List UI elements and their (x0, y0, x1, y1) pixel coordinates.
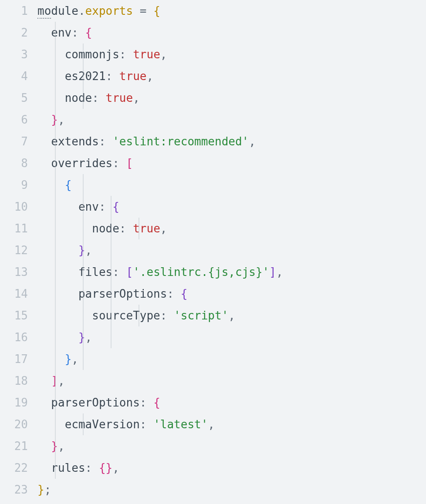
code-content[interactable]: parserOptions: { (37, 283, 426, 305)
code-token (126, 48, 133, 61)
code-token: } (78, 244, 85, 257)
code-editor[interactable]: 1module.exports = {2 env: {3 commonjs: t… (0, 0, 426, 501)
code-token: mo (37, 4, 51, 19)
code-line[interactable]: 12 }, (0, 239, 426, 261)
indent-guide (55, 218, 56, 239)
code-token: , (160, 222, 167, 235)
code-token: , (71, 353, 78, 366)
code-token: } (106, 461, 113, 474)
code-content[interactable]: es2021: true, (37, 65, 426, 87)
code-token: { (153, 396, 160, 409)
code-token: sourceType (92, 309, 160, 322)
code-line[interactable]: 17 }, (0, 348, 426, 370)
code-line[interactable]: 1module.exports = { (0, 0, 426, 22)
code-line[interactable]: 23}; (0, 479, 426, 501)
code-token: , (58, 440, 65, 453)
code-token: dule (51, 4, 78, 17)
code-content[interactable]: parserOptions: { (37, 392, 426, 413)
code-token: 'script' (174, 309, 228, 322)
code-token: : (106, 70, 113, 83)
code-line[interactable]: 10 env: { (0, 196, 426, 218)
code-token: { (99, 461, 106, 474)
code-token: commonjs (65, 48, 119, 61)
code-token: 'latest' (153, 418, 208, 431)
code-token: : (112, 157, 119, 170)
code-line[interactable]: 3 commonjs: true, (0, 44, 426, 65)
code-token: } (37, 483, 44, 496)
line-number: 16 (0, 326, 37, 348)
code-content[interactable]: env: { (37, 22, 426, 44)
code-content[interactable]: }, (37, 435, 426, 457)
line-number: 22 (0, 457, 37, 479)
code-line[interactable]: 5 node: true, (0, 87, 426, 109)
code-token: , (58, 374, 65, 387)
code-token: env (51, 26, 71, 39)
code-content[interactable]: ecmaVersion: 'latest', (37, 413, 426, 435)
code-line[interactable]: 2 env: { (0, 22, 426, 44)
code-token: , (208, 418, 215, 431)
code-token: : (112, 265, 119, 279)
code-line[interactable]: 4 es2021: true, (0, 65, 426, 87)
line-number: 21 (0, 435, 37, 457)
indent-guide (55, 261, 56, 283)
line-number: 6 (0, 109, 37, 131)
code-line[interactable]: 7 extends: 'eslint:recommended', (0, 131, 426, 152)
code-token: , (85, 331, 92, 344)
code-content[interactable]: node: true, (37, 87, 426, 109)
code-line[interactable]: 19 parserOptions: { (0, 392, 426, 413)
code-token: , (146, 70, 153, 83)
line-number: 5 (0, 87, 37, 109)
code-content[interactable]: files: ['.eslintrc.{js,cjs}'], (37, 261, 426, 283)
code-content[interactable]: node: true, (37, 218, 426, 239)
code-token: ecmaVersion (65, 418, 140, 431)
code-content[interactable]: overrides: [ (37, 152, 426, 174)
code-content[interactable]: }; (37, 479, 426, 501)
indent-guide (55, 22, 56, 44)
code-line[interactable]: 8 overrides: [ (0, 152, 426, 174)
code-content[interactable]: }, (37, 348, 426, 370)
code-token: , (85, 244, 92, 257)
indent-guide (83, 196, 84, 218)
code-token: : (119, 48, 126, 61)
code-line[interactable]: 22 rules: {}, (0, 457, 426, 479)
code-content[interactable]: }, (37, 326, 426, 348)
indent-guide (111, 283, 112, 305)
code-content[interactable]: sourceType: 'script', (37, 305, 426, 326)
code-line[interactable]: 9 { (0, 174, 426, 196)
code-content[interactable]: module.exports = { (37, 0, 426, 22)
line-number: 1 (0, 0, 37, 22)
code-token: node (65, 91, 92, 104)
code-line[interactable]: 18 ], (0, 370, 426, 392)
code-token: , (133, 91, 140, 104)
code-content[interactable]: }, (37, 239, 426, 261)
code-content[interactable]: env: { (37, 196, 426, 218)
code-content[interactable]: rules: {}, (37, 457, 426, 479)
code-line[interactable]: 20 ecmaVersion: 'latest', (0, 413, 426, 435)
indent-guide (111, 305, 112, 326)
code-line[interactable]: 21 }, (0, 435, 426, 457)
code-line[interactable]: 15 sourceType: 'script', (0, 305, 426, 326)
code-content[interactable]: { (37, 174, 426, 196)
code-line[interactable]: 16 }, (0, 326, 426, 348)
code-line[interactable]: 14 parserOptions: { (0, 283, 426, 305)
code-token (112, 70, 119, 83)
code-token: . (78, 4, 85, 17)
code-content[interactable]: ], (37, 370, 426, 392)
line-number: 11 (0, 218, 37, 239)
code-token: : (140, 418, 147, 431)
code-line[interactable]: 6 }, (0, 109, 426, 131)
line-number: 10 (0, 196, 37, 218)
code-token: : (92, 91, 99, 104)
code-line[interactable]: 13 files: ['.eslintrc.{js,cjs}'], (0, 261, 426, 283)
code-token: : (160, 309, 167, 322)
code-token: : (167, 287, 174, 300)
indent-guide (55, 174, 56, 196)
code-content[interactable]: commonjs: true, (37, 44, 426, 65)
code-token: , (249, 135, 256, 148)
code-content[interactable]: }, (37, 109, 426, 131)
code-content[interactable]: extends: 'eslint:recommended', (37, 131, 426, 152)
code-line[interactable]: 11 node: true, (0, 218, 426, 239)
code-token: true (119, 70, 147, 83)
indent-guide (55, 239, 56, 261)
code-token: , (276, 265, 283, 279)
